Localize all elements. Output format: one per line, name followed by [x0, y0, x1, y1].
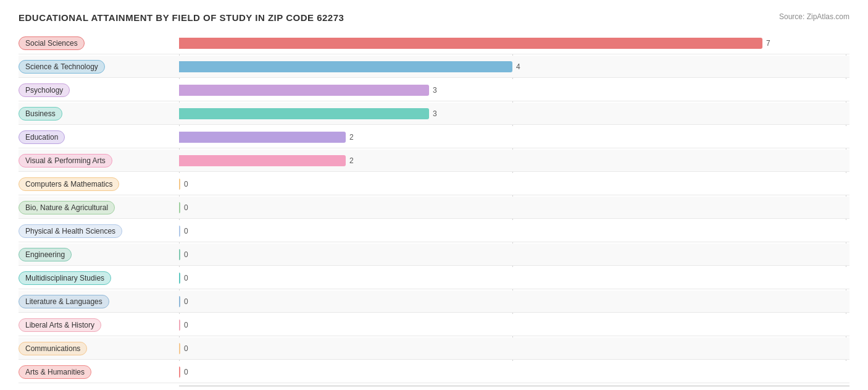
bar-row: Education2 [19, 126, 849, 148]
bar-container: 0 [179, 342, 849, 355]
bar-label: Science & Technology [19, 60, 105, 74]
bar-row: Engineering0 [19, 244, 849, 266]
bar-value-label: 0 [184, 250, 188, 259]
bar-row: Communications0 [19, 337, 849, 360]
label-pill: Visual & Performing Arts [19, 154, 179, 167]
bar-value-label: 3 [433, 86, 437, 95]
bar [179, 108, 429, 119]
bar-container: 2 [179, 130, 849, 144]
bar-label: Physical & Health Sciences [19, 224, 122, 238]
bar [179, 367, 180, 378]
bar [179, 343, 180, 354]
label-pill: Social Sciences [19, 36, 179, 50]
bar [179, 226, 180, 237]
label-pill: Business [19, 107, 179, 121]
label-pill: Multidisciplinary Studies [19, 271, 179, 285]
bar-label: Visual & Performing Arts [19, 154, 112, 167]
bar-container: 4 [179, 60, 849, 74]
label-pill: Computers & Mathematics [19, 177, 179, 191]
bar-label: Communications [19, 342, 87, 355]
bar-row: Liberal Arts & History0 [19, 314, 849, 336]
bar-value-label: 2 [349, 156, 354, 165]
bar-value-label: 0 [184, 180, 188, 189]
bar-container: 0 [179, 365, 849, 379]
bar [179, 155, 346, 166]
bar-container: 0 [179, 295, 849, 308]
bar-label: Multidisciplinary Studies [19, 271, 111, 285]
bar-row: Science & Technology4 [19, 56, 849, 78]
bar-label: Liberal Arts & History [19, 318, 101, 332]
bar-label: Arts & Humanities [19, 365, 91, 379]
label-pill: Liberal Arts & History [19, 318, 179, 332]
bar [179, 38, 762, 49]
bar-value-label: 0 [184, 344, 188, 353]
bar-label: Engineering [19, 248, 72, 261]
bar-container: 0 [179, 248, 849, 261]
source-label: Source: ZipAtlas.com [779, 12, 849, 21]
bar [179, 202, 180, 213]
bar-value-label: 4 [516, 62, 520, 71]
bar-label: Social Sciences [19, 36, 85, 50]
label-pill: Bio, Nature & Agricultural [19, 201, 179, 214]
bars-section: Social Sciences7Science & Technology4Psy… [19, 32, 849, 383]
chart-container: EDUCATIONAL ATTAINMENT BY FIELD OF STUDY… [19, 12, 849, 390]
bar [179, 61, 512, 72]
bar [179, 179, 180, 190]
bar-label: Business [19, 107, 62, 121]
bar-row: Arts & Humanities0 [19, 361, 849, 383]
bar-row: Physical & Health Sciences0 [19, 220, 849, 242]
bar-container: 0 [179, 177, 849, 191]
bar-value-label: 7 [766, 39, 770, 48]
label-pill: Engineering [19, 248, 179, 261]
bar-row: Multidisciplinary Studies0 [19, 267, 849, 289]
bar-label: Education [19, 130, 65, 144]
label-pill: Literature & Languages [19, 295, 179, 308]
bar-label: Psychology [19, 83, 70, 97]
bar-value-label: 0 [184, 227, 188, 235]
bar-value-label: 0 [184, 203, 188, 212]
label-pill: Science & Technology [19, 60, 179, 74]
x-axis: 048 [179, 386, 849, 390]
bar [179, 132, 346, 143]
bar-row: Business3 [19, 103, 849, 125]
bar-container: 3 [179, 107, 849, 121]
bar-value-label: 0 [184, 297, 188, 306]
bar-label: Bio, Nature & Agricultural [19, 201, 115, 214]
bar-value-label: 3 [433, 109, 437, 118]
bar-label: Literature & Languages [19, 295, 109, 308]
bar-row: Visual & Performing Arts2 [19, 150, 849, 172]
bar-value-label: 0 [184, 321, 188, 329]
label-pill: Education [19, 130, 179, 144]
bar [179, 85, 429, 96]
bar-value-label: 0 [184, 274, 188, 282]
bar [179, 320, 180, 331]
label-pill: Psychology [19, 83, 179, 97]
bar-row: Computers & Mathematics0 [19, 173, 849, 195]
label-pill: Communications [19, 342, 179, 355]
bar [179, 296, 180, 307]
bar-value-label: 2 [349, 133, 354, 142]
bar-container: 7 [179, 36, 849, 50]
bar-container: 3 [179, 83, 849, 97]
bar-container: 2 [179, 154, 849, 167]
bar-row: Literature & Languages0 [19, 290, 849, 313]
chart-wrapper: Social Sciences7Science & Technology4Psy… [19, 32, 849, 390]
bar-label: Computers & Mathematics [19, 177, 119, 191]
bar-container: 0 [179, 271, 849, 285]
bar-container: 0 [179, 224, 849, 238]
label-pill: Physical & Health Sciences [19, 224, 179, 238]
bar-container: 0 [179, 201, 849, 214]
chart-title: EDUCATIONAL ATTAINMENT BY FIELD OF STUDY… [19, 12, 344, 23]
bar-row: Psychology3 [19, 79, 849, 101]
bar-value-label: 0 [184, 368, 188, 376]
bar-container: 0 [179, 318, 849, 332]
bar-row: Bio, Nature & Agricultural0 [19, 197, 849, 219]
bar-row: Social Sciences7 [19, 32, 849, 54]
label-pill: Arts & Humanities [19, 365, 179, 379]
bar [179, 273, 180, 284]
bar [179, 249, 180, 260]
